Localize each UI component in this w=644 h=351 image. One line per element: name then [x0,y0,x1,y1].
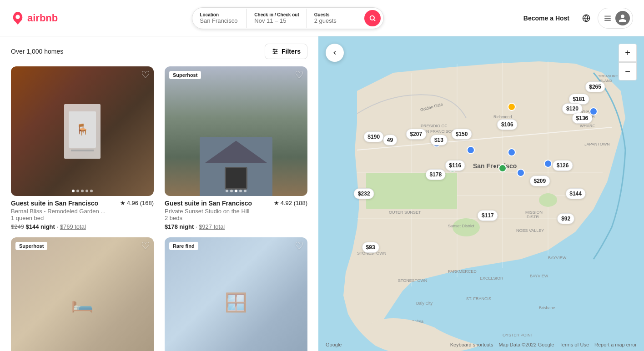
location-label: Location [200,12,239,17]
user-icon [618,14,627,23]
listing-price: $249 $144 night · $769 total [11,223,154,230]
svg-text:PRESIDIO OF: PRESIDIO OF [421,124,448,128]
price-pin[interactable]: 49 [383,135,397,145]
listing-rating: ★ 4.92 (188) [274,200,307,206]
svg-line-1 [374,20,375,21]
map-data: Map Data ©2022 Google [498,342,554,347]
svg-text:OUTER SUNSET: OUTER SUNSET [389,210,421,215]
listing-card[interactable]: 🪟 Rare find ♡ Guest suite in San Francis… [165,237,307,351]
svg-text:BAYVIEW: BAYVIEW [548,256,567,260]
price-pin[interactable]: $150 [452,129,472,140]
price-pin[interactable]: $117 [478,210,498,221]
map-panel: PRESIDIO OF SAN FRANCISCO San Fr●ncisco … [318,36,644,351]
star-icon: ★ [120,200,126,206]
image-dot [72,190,75,192]
price-pin[interactable]: $93 [362,242,379,253]
svg-text:ST. FRANCIS: ST. FRANCIS [466,296,491,301]
total-price: $927 total [199,223,225,230]
total-price: $769 total [60,223,86,230]
image-dot [86,190,88,192]
airbnb-logo-icon [11,11,25,25]
logo-text: airbnb [27,12,58,24]
svg-point-62 [590,108,597,115]
svg-text:BAYVIEW: BAYVIEW [530,274,548,278]
search-button[interactable] [364,10,381,26]
map-attr-right: Keyboard shortcuts Map Data ©2022 Google… [450,342,637,347]
svg-point-11 [276,51,277,52]
guests-segment[interactable]: Guests 2 guests [307,9,362,28]
dates-value: Nov 11 – 15 [254,17,299,24]
price-pin[interactable]: $126 [553,160,573,171]
listing-image: 🛏️ Superhost ♡ [11,237,154,351]
price-pin[interactable]: $190 [363,131,384,142]
image-dot [226,190,228,192]
price-pin[interactable]: $209 [530,176,550,186]
listing-price: $178 night · $927 total [165,223,307,230]
header: airbnb Location San Francisco Check in /… [0,0,644,36]
price-pin[interactable]: $265 [585,81,605,92]
header-right: Become a Host [518,8,633,29]
become-host-button[interactable]: Become a Host [518,11,575,25]
listing-card[interactable]: 🛏️ Superhost ♡ Guest suite in San Franci… [11,237,154,351]
search-icon [369,15,376,22]
listing-image: 🪑 ♡ [11,66,154,196]
guests-label: Guests [314,12,354,17]
listing-card[interactable]: 🪑 ♡ Guest suite in San Francisco ★ 4.96 … [11,66,154,230]
svg-point-12 [274,53,275,54]
svg-point-57 [508,149,515,156]
listing-image: Superhost ♡ [165,66,307,196]
map-collapse-button[interactable] [326,44,344,62]
price-pin[interactable]: $144 [565,188,586,199]
keyboard-shortcuts[interactable]: Keyboard shortcuts [450,342,493,347]
svg-text:Sunset District: Sunset District [448,224,475,228]
location-segment[interactable]: Location San Francisco [192,9,247,28]
svg-text:DISTR...: DISTR... [527,215,543,219]
price-pin[interactable]: $232 [354,188,374,199]
listings-grid: 🪑 ♡ Guest suite in San Francisco ★ 4.96 … [11,66,307,351]
svg-text:San Fr●ncisco: San Fr●ncisco [473,162,517,170]
wishlist-button[interactable]: ♡ [295,241,304,251]
zoom-in-button[interactable]: + [619,44,637,62]
svg-point-0 [370,15,374,20]
listing-badge: Superhost [15,242,47,250]
discounted-price: $178 night [165,223,194,230]
svg-point-60 [517,169,524,176]
price-pin[interactable]: $136 [572,113,593,124]
price-pin[interactable]: $13 [430,135,448,145]
zoom-out-button[interactable]: − [619,62,637,80]
price-pin[interactable]: $92 [557,213,574,224]
price-pin[interactable]: $178 [425,169,446,180]
star-icon: ★ [274,200,279,206]
svg-point-54 [508,103,515,110]
image-dot [81,190,84,192]
listing-card[interactable]: Superhost ♡ Guest suite in San Francisco… [165,66,307,230]
svg-text:STONESTOWN: STONESTOWN [398,278,427,283]
language-button[interactable] [579,10,594,26]
wishlist-button[interactable]: ♡ [295,70,304,80]
svg-text:Richmond: Richmond [493,115,512,119]
price-pin[interactable]: $116 [445,160,465,171]
price-pin[interactable]: $106 [497,119,518,130]
svg-text:EXCELSIOR: EXCELSIOR [480,276,503,281]
svg-text:OYSTER POINT: OYSTER POINT [503,333,533,337]
listing-image: 🪟 Rare find ♡ [165,237,307,351]
image-dot [244,190,247,192]
wishlist-button[interactable]: ♡ [141,70,150,80]
report-map-error[interactable]: Report a map error [594,342,637,347]
filters-button[interactable]: Filters [265,44,307,59]
map-zoom-controls: + − [619,44,637,80]
dates-segment[interactable]: Check in / Check out Nov 11 – 15 [247,9,307,28]
map-attribution: Google [326,342,342,347]
listing-title: Guest suite in San Francisco [11,200,98,207]
search-bar: Location San Francisco Check in / Check … [192,7,383,29]
location-value: San Francisco [200,17,239,24]
user-menu[interactable] [598,8,633,29]
svg-point-24 [539,193,557,207]
guests-value: 2 guests [314,17,354,24]
svg-text:Brisbane: Brisbane [539,306,555,310]
price-pin[interactable]: $207 [406,129,426,140]
filters-icon [272,48,279,55]
logo[interactable]: airbnb [11,11,58,25]
wishlist-button[interactable]: ♡ [141,241,150,251]
terms-of-use[interactable]: Terms of Use [559,342,589,347]
